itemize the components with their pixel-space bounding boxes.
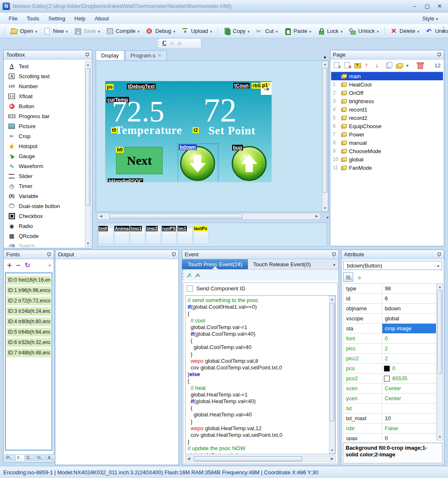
toolbar-button[interactable]: Compile [103, 27, 143, 35]
toolbox-item[interactable]: Button [5, 101, 84, 111]
up-arrow-button-component[interactable] [232, 146, 267, 181]
page-list-item[interactable]: 3 brightness [331, 97, 443, 105]
strip-component[interactable]: tm0 [99, 225, 114, 246]
strip-component[interactable]: tmp2 [146, 225, 161, 246]
pin-icon[interactable] [332, 252, 336, 257]
attribute-scrollbar[interactable] [437, 283, 443, 441]
close-button[interactable]: ✕ [436, 3, 444, 9]
strip-component[interactable]: lastPs [193, 225, 208, 246]
send-component-id-checkbox[interactable] [187, 285, 193, 292]
toolbar-button[interactable]: Delete [384, 27, 423, 35]
toolbox-item[interactable]: Crop [5, 131, 84, 141]
toolbox-item[interactable]: QRcode [5, 231, 84, 241]
toolbar-button[interactable]: Save [71, 27, 103, 35]
code-horizontal-scrollbar[interactable] [185, 456, 336, 462]
page-list-item[interactable]: 5 record2 [331, 114, 443, 122]
page-toolbar-icon[interactable] [354, 62, 361, 69]
chevron-down-icon[interactable] [332, 261, 339, 267]
resource-tab[interactable]: G... [25, 454, 35, 461]
page-toolbar-icon[interactable] [386, 62, 392, 69]
scrollbar-thumb[interactable] [109, 214, 243, 219]
scrollbar-thumb[interactable] [194, 456, 302, 461]
remove-font-button[interactable] [16, 262, 21, 269]
toolbox-item[interactable]: Dual-state button [5, 201, 84, 211]
toolbox-item[interactable]: Number [5, 81, 84, 91]
menu-item[interactable]: File [4, 14, 22, 23]
scroll-up-icon[interactable] [85, 62, 91, 67]
toolbar-overflow-button[interactable]: »▾ [443, 26, 446, 32]
down-arrow-button-component[interactable] [180, 146, 215, 181]
component-label-bdown[interactable]: bdown [179, 144, 197, 150]
style-menu[interactable]: Style [422, 15, 444, 22]
toolbox-scrollbar[interactable] [85, 61, 91, 247]
toolbox-item[interactable]: Switch [5, 241, 84, 247]
toolbox-item[interactable]: Variable [5, 191, 84, 201]
strip-component[interactable]: runPS [162, 225, 177, 246]
toolbar-button[interactable]: New [40, 27, 71, 35]
menu-item[interactable]: Help [70, 14, 90, 23]
resource-tab[interactable]: A... [46, 454, 56, 461]
attribute-row[interactable]: pco 0 [343, 364, 436, 374]
toolbox-item[interactable]: Picture [5, 121, 84, 131]
toolbox-item[interactable]: Progress bar [5, 111, 84, 121]
device-screen-canvas[interactable]: ps tDebugText tCoun rbS ❄❄ ○❄ p1 curTemp… [105, 81, 272, 182]
component-label-bup[interactable]: bup [232, 145, 243, 151]
attribute-value-cell[interactable]: Center [382, 384, 436, 393]
set-point-caption-text[interactable]: Set Point [208, 125, 255, 136]
pin-icon[interactable] [47, 252, 51, 257]
toolbox-item[interactable]: Text [5, 61, 84, 71]
attribute-value-cell[interactable]: 2 [382, 354, 436, 363]
font-item[interactable]: ID:2 tr72(h:72,enco [7, 297, 51, 305]
attribute-value-cell[interactable]: crop image [382, 324, 436, 333]
attribute-value-cell[interactable]: bdown [382, 304, 436, 313]
page-list-item[interactable]: 2 OnOff [331, 89, 443, 97]
attribute-row[interactable]: txt [343, 404, 436, 414]
categorized-view-button[interactable] [343, 272, 353, 282]
page-toolbar-icon[interactable] [344, 62, 351, 69]
pin-icon[interactable] [171, 252, 176, 257]
resource-tab[interactable]: Pi... [5, 454, 15, 461]
attribute-value-cell[interactable]: False [382, 424, 436, 433]
font-item[interactable]: ID:0 font16(h:16,en [7, 276, 51, 285]
scrollbar-thumb[interactable] [86, 68, 90, 206]
tab-touch-release-event[interactable]: Touch Release Event(0) [248, 259, 317, 269]
display-horizontal-scrollbar[interactable] [97, 213, 320, 220]
page-list-item[interactable]: 9 ChooseMode [331, 147, 443, 155]
component-label-t2[interactable]: t2 [193, 127, 199, 133]
scroll-down-icon[interactable] [329, 448, 335, 453]
attribute-row[interactable]: ycen Center [343, 394, 436, 404]
toolbar-button[interactable]: Debug [143, 27, 178, 35]
toolbox-item[interactable]: Checkbox [5, 211, 84, 221]
page-list-item[interactable]: 6 EquipChoose [331, 122, 443, 130]
attribute-row[interactable]: sta crop image [343, 324, 436, 334]
display-vertical-scrollbar[interactable] [322, 61, 328, 212]
toolbar-button[interactable]: Lock [314, 27, 346, 35]
page-toolbar-icon[interactable] [417, 62, 423, 69]
panel-dropdown-icon[interactable] [325, 214, 329, 220]
toolbox-item[interactable]: Hotspot [5, 141, 84, 151]
component-label-b0[interactable]: b0 [116, 147, 124, 153]
scroll-down-icon[interactable] [85, 241, 91, 246]
attribute-value-cell[interactable]: 2 [382, 344, 436, 353]
attribute-value-cell[interactable]: 6 [382, 294, 436, 303]
scrollbar-thumb[interactable] [438, 290, 442, 374]
font-item[interactable]: ID:4 tr80b(h:80,enc [7, 317, 51, 326]
toolbar-button[interactable]: Paste [281, 27, 315, 35]
attribute-value-cell[interactable] [382, 404, 436, 413]
page-toolbar-icon[interactable] [334, 62, 340, 69]
component-selector[interactable]: bdown(Button) [343, 261, 442, 270]
scroll-left-icon[interactable] [186, 456, 191, 462]
attribute-row[interactable]: picc 2 [343, 344, 436, 354]
toolbox-item[interactable]: Gauge [5, 151, 84, 161]
font-item[interactable]: ID:1 tr96(h:96,enco [7, 286, 51, 295]
remove-comment-icon[interactable] [196, 272, 200, 278]
page-toolbar-icon[interactable] [396, 62, 403, 69]
page-list-item[interactable]: 1 HeatCool [331, 80, 443, 89]
scrollbar-thumb[interactable] [330, 303, 334, 421]
tab-program-s[interactable]: Program.s [125, 50, 167, 60]
attribute-row[interactable]: objname bdown [343, 304, 436, 314]
component-label-tdebugtext[interactable]: tDebugText [127, 84, 156, 89]
strip-component[interactable]: Anima [114, 225, 129, 246]
toolbox-item[interactable]: Radio [5, 221, 84, 231]
page-list-item[interactable]: 4 record1 [331, 105, 443, 114]
